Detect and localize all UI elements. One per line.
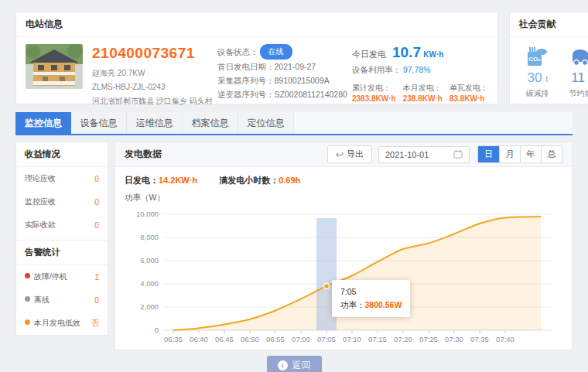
top-row: 电站信息 21040007367 [0, 0, 588, 104]
range-day-button[interactable]: 日 [478, 146, 499, 162]
monitored-income-label: 监控应收 [25, 196, 56, 207]
per-watt-generation-value: 83.8KW·h [450, 94, 488, 103]
social-card-title: 社会贡献 [510, 12, 588, 37]
alarm-row-offline: 离线 0 [16, 288, 108, 312]
y-axis-title: 功率（W） [125, 193, 562, 203]
per-watt-generation-label: 单瓦发电： [450, 82, 488, 94]
svg-text:07:20: 07:20 [394, 335, 412, 343]
svg-text:0: 0 [155, 326, 159, 334]
theoretical-income-value: 0 [94, 174, 99, 183]
svg-text:07:40: 07:40 [496, 335, 514, 343]
station-info-card: 电站信息 21040007367 [15, 12, 498, 104]
coal-label: 节约煤 [559, 88, 588, 99]
income-row-monitored: 监控应收 0 [16, 190, 108, 213]
offline-count: 0 [94, 295, 99, 305]
svg-text:07:00: 07:00 [292, 335, 310, 343]
alarm-row-fault: 故障/停机 1 [16, 265, 108, 288]
date-picker[interactable]: 2021-10-01 [378, 146, 470, 163]
total-generation-item: 累计发电： 2383.8KW·h [352, 82, 396, 103]
range-year-button[interactable]: 年 [520, 146, 541, 162]
first-gen-date-label: 首日发电日期： [217, 60, 275, 73]
back-button[interactable]: ‹ 返回 [267, 356, 322, 372]
svg-text:06:40: 06:40 [190, 335, 208, 343]
generation-data-card: 发电数据 ↩ 导出 2021-10-01 日 月 年 总 日 [115, 142, 573, 350]
inefficiency-value: 否 [91, 318, 100, 329]
svg-text:06:55: 06:55 [266, 335, 285, 343]
month-generation-value: 238.8KW·h [403, 94, 443, 103]
inefficiency-label: 本月发电低效 [34, 319, 80, 327]
offline-label: 离线 [34, 295, 50, 304]
coal-saving-item: 11 t 节约煤 [559, 45, 588, 99]
svg-text:07:15: 07:15 [368, 335, 387, 343]
svg-text:06:45: 06:45 [215, 335, 234, 343]
svg-text:07:30: 07:30 [445, 335, 463, 343]
co2-icon: CO₂ [516, 45, 559, 68]
collector-serial-value: 89100215009A [275, 73, 330, 87]
first-gen-date-row: 首日发电日期： 2021-09-27 [217, 60, 343, 73]
full-hours-label: 满发电小时数： [219, 176, 279, 185]
tooltip-time: 7:05 [340, 285, 402, 299]
today-generation-label: 今日发电 [352, 49, 386, 60]
inverter-serial-value: SZ00208112140280 [275, 87, 347, 101]
alarm-row-inefficiency: 本月发电低效 否 [16, 312, 108, 335]
station-address: 河北省邯郸市魏县 沙口集乡 码头村 [92, 94, 208, 108]
fault-count: 1 [94, 272, 99, 282]
income-row-actual: 实际收款 0 [16, 213, 108, 237]
inverter-serial-label: 逆变器序列号： [217, 87, 275, 101]
tab-equipment[interactable]: 设备信息 [71, 112, 127, 134]
range-month-button[interactable]: 月 [499, 146, 520, 162]
svg-text:06:50: 06:50 [241, 335, 259, 343]
svg-text:2,000: 2,000 [140, 302, 159, 311]
range-toggle-group: 日 月 年 总 [477, 145, 562, 163]
online-status-badge: 在线 [260, 44, 292, 60]
coal-value: 11 [571, 70, 585, 85]
tab-bar: 监控信息 设备信息 运维信息 档案信息 定位信息 [15, 112, 573, 135]
summary-panel: 收益情况 理论应收 0 监控应收 0 实际收款 0 告警统计 故障/停机 1 离… [15, 142, 108, 336]
collector-serial-label: 采集器序列号： [217, 73, 275, 87]
co2-value: 30 [528, 70, 542, 85]
co2-label: 碳减排 [516, 88, 559, 99]
tab-monitoring[interactable]: 监控信息 [15, 112, 71, 134]
export-button[interactable]: ↩ 导出 [327, 145, 372, 163]
coal-truck-icon [559, 45, 588, 68]
full-hours-stat: 满发电小时数：0.69h [219, 175, 300, 186]
range-total-button[interactable]: 总 [541, 146, 562, 162]
back-arrow-icon: ‹ [278, 360, 288, 370]
fault-label: 故障/停机 [34, 272, 67, 281]
svg-text:CO₂: CO₂ [528, 56, 541, 63]
social-contribution-card: 社会贡献 CO₂ 30 t 碳减排 [509, 12, 588, 104]
daily-generation-value: 14.2KW·h [159, 176, 197, 185]
total-generation-label: 累计发电： [352, 82, 396, 94]
station-card-title: 电站信息 [16, 12, 497, 37]
tab-location[interactable]: 定位信息 [238, 112, 294, 134]
income-row-theoretical: 理论应收 0 [16, 167, 108, 190]
tab-operation[interactable]: 运维信息 [127, 112, 183, 134]
chart-title: 发电数据 [125, 148, 162, 161]
income-panel-title: 收益情况 [16, 142, 108, 167]
offline-dot-icon [25, 296, 30, 302]
full-hours-value: 0.69h [279, 176, 300, 185]
svg-text:07:35: 07:35 [470, 335, 489, 343]
actual-income-label: 实际收款 [25, 220, 56, 230]
generation-chart[interactable]: 02,0004,0006,0008,00010,00006:3506:4006:… [125, 205, 558, 346]
month-generation-label: 本月发电： [403, 82, 443, 94]
back-label: 返回 [292, 359, 311, 372]
svg-text:8,000: 8,000 [140, 233, 159, 241]
export-arrow-icon: ↩ [336, 151, 344, 159]
co2-reduction-item: CO₂ 30 t 碳减排 [516, 45, 559, 99]
station-photo [26, 44, 83, 89]
device-status-row: 设备状态： 在线 [217, 44, 343, 60]
fault-dot-icon [25, 273, 30, 278]
svg-text:10,000: 10,000 [136, 210, 159, 218]
chart-tooltip: 7:05 功率：3800.56W [332, 280, 410, 317]
month-generation-item: 本月发电： 238.8KW·h [403, 82, 443, 103]
actual-income-value: 0 [94, 220, 99, 230]
tooltip-power-value: 3800.56W [365, 300, 402, 309]
utilization-label: 设备利用率： [352, 65, 401, 74]
tab-archive[interactable]: 档案信息 [183, 112, 238, 134]
calendar-icon [453, 149, 463, 160]
date-value: 2021-10-01 [385, 150, 429, 159]
theoretical-income-label: 理论应收 [25, 173, 56, 184]
inefficiency-dot-icon [25, 319, 30, 325]
per-watt-generation-item: 单瓦发电： 83.8KW·h [450, 82, 488, 103]
